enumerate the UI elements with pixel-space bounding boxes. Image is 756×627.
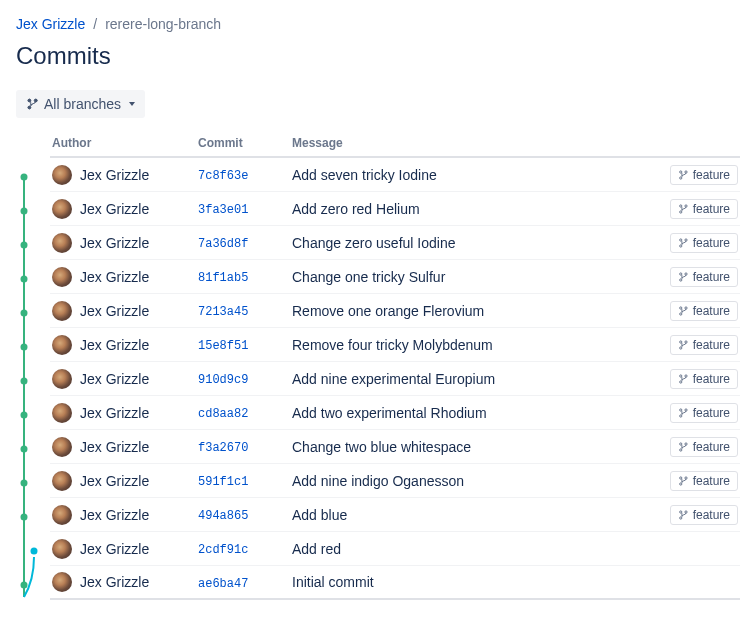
avatar bbox=[52, 539, 72, 559]
avatar bbox=[52, 471, 72, 491]
svg-point-24 bbox=[679, 244, 681, 246]
col-commit-header[interactable]: Commit bbox=[198, 136, 292, 150]
commit-hash-link[interactable]: f3a2670 bbox=[198, 441, 248, 455]
commit-hash-link[interactable]: 3fa3e01 bbox=[198, 203, 248, 217]
commit-message[interactable]: Add nine indigo Oganesson bbox=[292, 473, 654, 489]
commit-row: Jex Grizzleae6ba47Initial commit bbox=[50, 566, 740, 600]
commit-message[interactable]: Change zero useful Iodine bbox=[292, 235, 654, 251]
badge-label: feature bbox=[693, 406, 730, 420]
breadcrumb: Jex Grizzle / rerere-long-branch bbox=[16, 16, 740, 32]
avatar bbox=[52, 199, 72, 219]
avatar bbox=[52, 301, 72, 321]
author-name: Jex Grizzle bbox=[80, 269, 149, 285]
avatar bbox=[52, 572, 72, 592]
svg-point-6 bbox=[21, 242, 28, 249]
svg-point-31 bbox=[685, 306, 687, 308]
branch-icon bbox=[678, 305, 688, 317]
svg-point-48 bbox=[679, 516, 681, 518]
svg-point-13 bbox=[21, 480, 28, 487]
commit-hash-link[interactable]: 15e8f51 bbox=[198, 339, 248, 353]
commit-message[interactable]: Add red bbox=[292, 541, 654, 557]
branch-badge[interactable]: feature bbox=[670, 267, 738, 287]
commit-message[interactable]: Add blue bbox=[292, 507, 654, 523]
svg-point-43 bbox=[685, 442, 687, 444]
svg-point-26 bbox=[679, 272, 681, 274]
svg-point-17 bbox=[679, 170, 681, 172]
commit-row: Jex Grizzle7213a45Remove one orange Fler… bbox=[50, 294, 740, 328]
svg-point-14 bbox=[21, 514, 28, 521]
svg-point-30 bbox=[679, 312, 681, 314]
svg-point-37 bbox=[685, 374, 687, 376]
svg-point-15 bbox=[31, 548, 38, 555]
branch-icon bbox=[26, 97, 38, 111]
branch-badge[interactable]: feature bbox=[670, 233, 738, 253]
branch-badge[interactable]: feature bbox=[670, 505, 738, 525]
branch-badge[interactable]: feature bbox=[670, 471, 738, 491]
svg-point-16 bbox=[21, 582, 28, 589]
commit-hash-link[interactable]: 7213a45 bbox=[198, 305, 248, 319]
branch-badge[interactable]: feature bbox=[670, 301, 738, 321]
author-name: Jex Grizzle bbox=[80, 371, 149, 387]
branch-badge[interactable]: feature bbox=[670, 199, 738, 219]
avatar bbox=[52, 165, 72, 185]
svg-point-49 bbox=[685, 510, 687, 512]
badge-label: feature bbox=[693, 168, 730, 182]
branch-selector-label: All branches bbox=[44, 96, 121, 112]
branch-selector-button[interactable]: All branches bbox=[16, 90, 145, 118]
commit-hash-link[interactable]: 7c8f63e bbox=[198, 169, 248, 183]
avatar bbox=[52, 403, 72, 423]
svg-point-42 bbox=[679, 448, 681, 450]
commit-message[interactable]: Change two blue whitespace bbox=[292, 439, 654, 455]
commit-row: Jex Grizzle3fa3e01Add zero red Helium fe… bbox=[50, 192, 740, 226]
commit-hash-link[interactable]: 494a865 bbox=[198, 509, 248, 523]
col-author-header[interactable]: Author bbox=[50, 136, 198, 150]
branch-badge[interactable]: feature bbox=[670, 165, 738, 185]
commit-row: Jex Grizzlecd8aa82Add two experimental R… bbox=[50, 396, 740, 430]
commit-message[interactable]: Add two experimental Rhodium bbox=[292, 405, 654, 421]
commit-hash-link[interactable]: 2cdf91c bbox=[198, 543, 248, 557]
page-title: Commits bbox=[16, 42, 740, 70]
badge-label: feature bbox=[693, 440, 730, 454]
commit-message[interactable]: Remove one orange Flerovium bbox=[292, 303, 654, 319]
svg-point-34 bbox=[685, 340, 687, 342]
commit-message[interactable]: Change one tricky Sulfur bbox=[292, 269, 654, 285]
chevron-down-icon bbox=[129, 102, 135, 106]
commit-hash-link[interactable]: cd8aa82 bbox=[198, 407, 248, 421]
branch-icon bbox=[678, 339, 688, 351]
commit-message[interactable]: Remove four tricky Molybdenum bbox=[292, 337, 654, 353]
badge-label: feature bbox=[693, 304, 730, 318]
badge-label: feature bbox=[693, 372, 730, 386]
commit-row: Jex Grizzle15e8f51Remove four tricky Mol… bbox=[50, 328, 740, 362]
branch-icon bbox=[678, 271, 688, 283]
col-message-header[interactable]: Message bbox=[292, 136, 654, 150]
badge-label: feature bbox=[693, 474, 730, 488]
author-name: Jex Grizzle bbox=[80, 541, 149, 557]
avatar bbox=[52, 505, 72, 525]
svg-point-25 bbox=[685, 238, 687, 240]
commit-message[interactable]: Add nine experimental Europium bbox=[292, 371, 654, 387]
breadcrumb-separator: / bbox=[93, 16, 97, 32]
commit-message[interactable]: Add zero red Helium bbox=[292, 201, 654, 217]
badge-label: feature bbox=[693, 236, 730, 250]
commit-hash-link[interactable]: 7a36d8f bbox=[198, 237, 248, 251]
author-name: Jex Grizzle bbox=[80, 167, 149, 183]
svg-point-44 bbox=[679, 476, 681, 478]
commit-message[interactable]: Add seven tricky Iodine bbox=[292, 167, 654, 183]
commit-hash-link[interactable]: 81f1ab5 bbox=[198, 271, 248, 285]
commit-hash-link[interactable]: ae6ba47 bbox=[198, 577, 248, 591]
commit-hash-link[interactable]: 591f1c1 bbox=[198, 475, 248, 489]
branch-badge[interactable]: feature bbox=[670, 369, 738, 389]
commit-hash-link[interactable]: 910d9c9 bbox=[198, 373, 248, 387]
breadcrumb-owner-link[interactable]: Jex Grizzle bbox=[16, 16, 85, 32]
branch-badge[interactable]: feature bbox=[670, 335, 738, 355]
commit-message[interactable]: Initial commit bbox=[292, 574, 654, 590]
svg-point-22 bbox=[685, 204, 687, 206]
avatar bbox=[52, 437, 72, 457]
svg-point-36 bbox=[679, 380, 681, 382]
branch-badge[interactable]: feature bbox=[670, 403, 738, 423]
svg-point-39 bbox=[679, 414, 681, 416]
author-name: Jex Grizzle bbox=[80, 337, 149, 353]
svg-point-41 bbox=[679, 442, 681, 444]
branch-badge[interactable]: feature bbox=[670, 437, 738, 457]
svg-point-33 bbox=[679, 346, 681, 348]
